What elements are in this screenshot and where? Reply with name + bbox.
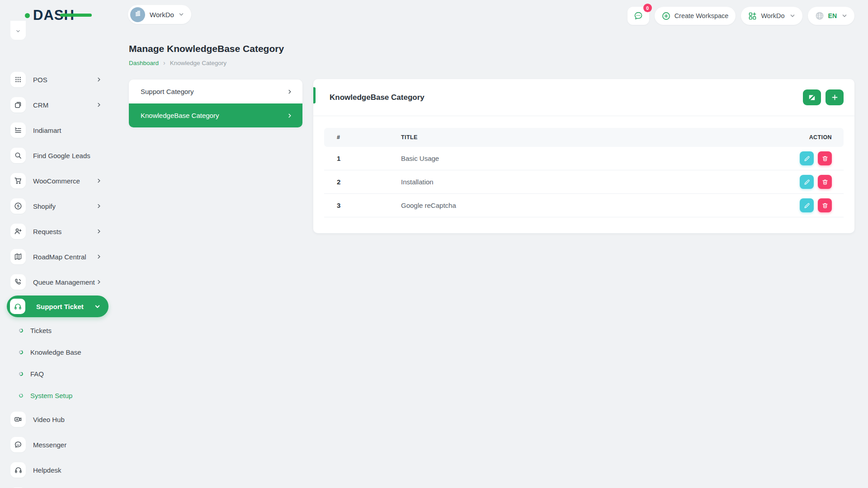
chevron-down-icon xyxy=(94,304,100,310)
phone-icon xyxy=(10,274,26,290)
video-camera-icon xyxy=(10,412,26,427)
edit-button[interactable] xyxy=(800,198,814,212)
page-title: Manage KnowledgeBase Category xyxy=(129,43,284,54)
grid-plus-icon xyxy=(748,12,757,20)
logo-dot xyxy=(25,13,30,18)
trash-icon xyxy=(822,202,828,209)
chevron-right-icon xyxy=(287,89,292,94)
category-nav-card: Support Category KnowledgeBase Category xyxy=(129,80,302,127)
chevron-right-icon xyxy=(96,279,102,285)
delete-button[interactable] xyxy=(818,175,832,189)
pencil-icon xyxy=(804,179,810,185)
trash-icon xyxy=(822,179,828,185)
panel-header-actions xyxy=(803,89,844,105)
logo-dash-bar xyxy=(60,14,92,17)
edit-button[interactable] xyxy=(800,175,814,189)
app-screen: DASH WorkDo 0 Create Workspace xyxy=(0,0,868,488)
chevron-down-icon xyxy=(790,13,795,19)
headset-icon xyxy=(10,299,25,314)
sidebar-subitem-tickets[interactable]: Tickets xyxy=(0,319,117,341)
panel-title: KnowledgeBase Category xyxy=(330,93,425,102)
sidebar-item-roadmap-central[interactable]: RoadMap Central xyxy=(0,244,117,269)
zendesk-icon xyxy=(808,94,816,101)
headphones-icon xyxy=(10,462,26,478)
create-workspace-label: Create Workspace xyxy=(675,12,729,19)
nav-support-category[interactable]: Support Category xyxy=(129,80,302,103)
chat-bubble-icon xyxy=(633,11,643,21)
column-title: TITLE xyxy=(401,134,767,141)
globe-icon xyxy=(815,11,824,20)
submenu-bullet-icon xyxy=(19,328,24,333)
category-table: # TITLE ACTION 1 Basic Usage 2 Ins xyxy=(324,128,844,217)
sidebar-subitem-faq[interactable]: FAQ xyxy=(0,363,117,385)
create-workspace-button[interactable]: Create Workspace xyxy=(655,7,736,25)
submenu-bullet-icon xyxy=(19,393,24,398)
workspace-selector[interactable]: WorkDo xyxy=(128,5,191,24)
submenu-bullet-icon xyxy=(19,371,24,376)
language-menu[interactable]: EN xyxy=(808,7,854,25)
table-row: 3 Google reCaptcha xyxy=(324,194,844,217)
notifications-button[interactable]: 0 xyxy=(627,7,649,25)
chevron-right-icon xyxy=(96,203,102,209)
sidebar: POS CRM Indiamart Find Google Leads xyxy=(0,21,117,488)
sidebar-item-queue-management[interactable]: Queue Management xyxy=(0,269,117,295)
workspace-menu-label: WorkDo xyxy=(761,12,784,19)
breadcrumb-dashboard-link[interactable]: Dashboard xyxy=(129,60,159,66)
map-icon xyxy=(10,249,26,264)
breadcrumb-current: Knowledge Category xyxy=(170,60,226,66)
column-index: # xyxy=(324,134,401,141)
edit-button[interactable] xyxy=(800,151,814,165)
workspace-name: WorkDo xyxy=(150,11,174,19)
delete-button[interactable] xyxy=(818,198,832,212)
sidebar-item-helpdesk[interactable]: Helpdesk xyxy=(0,457,117,483)
nav-knowledgebase-category[interactable]: KnowledgeBase Category xyxy=(129,103,302,127)
delete-button[interactable] xyxy=(818,151,832,165)
cart-icon xyxy=(10,173,26,188)
plus-circle-icon xyxy=(662,12,670,20)
svg-text:S: S xyxy=(17,204,19,208)
chevron-right-icon xyxy=(96,178,102,183)
column-action: ACTION xyxy=(767,134,844,141)
panel-header: KnowledgeBase Category xyxy=(313,79,854,116)
panel-accent-bar xyxy=(313,87,316,103)
notification-badge: 0 xyxy=(643,4,652,12)
sidebar-subitem-system-setup[interactable]: System Setup xyxy=(0,385,117,406)
grid-dots-icon xyxy=(10,72,26,87)
pencil-icon xyxy=(804,202,810,209)
sidebar-item-requests[interactable]: Requests xyxy=(0,219,117,244)
add-category-button[interactable] xyxy=(826,89,844,105)
copy-square-icon xyxy=(10,97,26,113)
chevron-right-icon xyxy=(287,113,292,118)
sidebar-item-support-ticket[interactable]: Support Ticket xyxy=(7,296,108,317)
user-plus-icon xyxy=(10,224,26,239)
topbar-actions: 0 Create Workspace WorkDo xyxy=(627,7,854,25)
sidebar-item-video-hub[interactable]: Video Hub xyxy=(0,407,117,432)
sidebar-item-settings[interactable]: Settings xyxy=(0,483,117,488)
plus-icon xyxy=(831,94,838,101)
breadcrumb-separator: › xyxy=(163,59,165,66)
breadcrumb: Dashboard › Knowledge Category xyxy=(129,59,226,66)
sidebar-item-find-google-leads[interactable]: Find Google Leads xyxy=(0,143,117,168)
sidebar-item-messenger[interactable]: Messenger xyxy=(0,432,117,457)
chevron-right-icon xyxy=(96,229,102,234)
sidebar-item-woocommerce[interactable]: WooCommerce xyxy=(0,168,117,193)
chevron-right-icon xyxy=(96,254,102,259)
chevron-down-icon xyxy=(179,12,184,17)
sidebar-subitem-knowledge-base[interactable]: Knowledge Base xyxy=(0,341,117,363)
table-header-row: # TITLE ACTION xyxy=(324,128,844,147)
zendesk-sync-button[interactable] xyxy=(803,89,821,105)
sidebar-item-indiamart[interactable]: Indiamart xyxy=(0,117,117,143)
submenu-bullet-icon xyxy=(19,349,24,355)
workspace-menu[interactable]: WorkDo xyxy=(741,7,802,25)
knowledgebase-category-panel: KnowledgeBase Category # TITLE ACTION xyxy=(313,79,854,233)
chat-icon xyxy=(10,437,26,452)
sidebar-item-shopify[interactable]: S Shopify xyxy=(0,193,117,219)
list-icon xyxy=(10,122,26,138)
table-row: 2 Installation xyxy=(324,170,844,194)
building-icon xyxy=(130,7,145,22)
pencil-icon xyxy=(804,155,810,162)
sidebar-scroll-hint xyxy=(10,21,26,40)
language-code: EN xyxy=(828,12,837,19)
sidebar-item-crm[interactable]: CRM xyxy=(0,92,117,117)
sidebar-item-pos[interactable]: POS xyxy=(0,67,117,92)
